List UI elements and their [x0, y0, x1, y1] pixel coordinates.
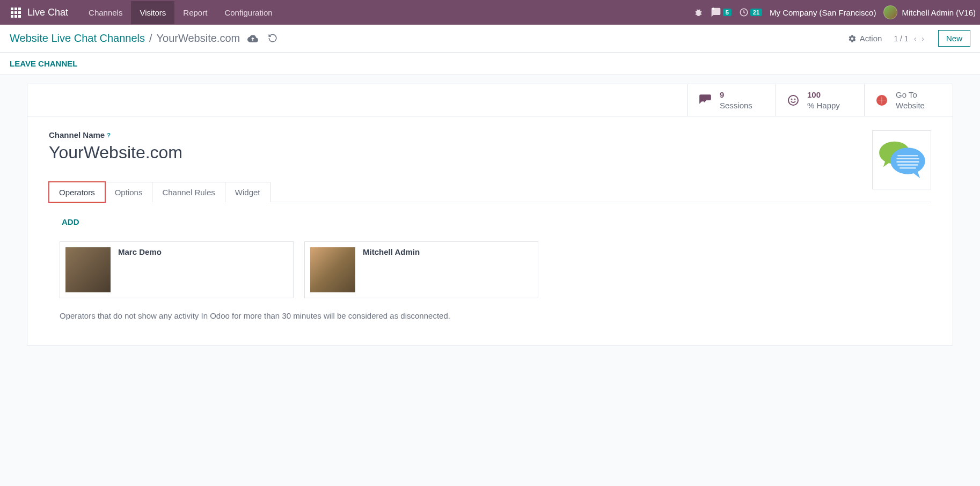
breadcrumb-parent[interactable]: Website Live Chat Channels	[10, 32, 145, 45]
nav-item-channels[interactable]: Channels	[80, 1, 131, 24]
goto-line2: Website	[896, 100, 925, 111]
leave-channel-button[interactable]: LEAVE CHANNEL	[10, 59, 77, 68]
operator-name: Marc Demo	[118, 247, 162, 256]
activities-badge: 21	[750, 9, 762, 16]
control-right: Action 1 / 1 ‹ › New	[848, 30, 970, 47]
operator-name: Mitchell Admin	[363, 247, 420, 256]
stat-buttons-row: 9 Sessions 100 % Happy Go To	[27, 84, 953, 116]
messages-icon[interactable]: 5	[711, 7, 732, 18]
action-label: Action	[860, 34, 882, 43]
svg-point-3	[792, 99, 792, 99]
form-sheet-wrapper: 9 Sessions 100 % Happy Go To	[0, 75, 980, 367]
apps-icon[interactable]	[11, 8, 21, 18]
channel-name-label: Channel Name ?	[49, 130, 931, 139]
navbar-left: Live Chat Channels Visitors Report Confi…	[4, 1, 281, 24]
user-menu[interactable]: Mitchell Admin (V16)	[883, 5, 976, 19]
breadcrumb-current: YourWebsite.com	[157, 32, 240, 45]
tab-options[interactable]: Options	[105, 182, 153, 202]
operator-card[interactable]: Marc Demo	[60, 241, 294, 298]
form-sheet: 9 Sessions 100 % Happy Go To	[27, 84, 953, 345]
navbar-right: 5 21 My Company (San Francisco) Mitchell…	[694, 5, 976, 19]
svg-point-7	[890, 148, 925, 174]
nav-item-visitors[interactable]: Visitors	[131, 1, 174, 24]
add-operator-button[interactable]: ADD	[62, 217, 79, 226]
operator-cards: Marc Demo Mitchell Admin	[60, 241, 920, 298]
breadcrumb-icons	[247, 33, 277, 44]
operator-avatar	[310, 247, 355, 292]
company-selector[interactable]: My Company (San Francisco)	[770, 8, 876, 17]
tab-content-operators: ADD Marc Demo Mitchell Admin Operators t…	[49, 202, 931, 326]
svg-point-4	[795, 99, 795, 99]
form-tabs: Operators Options Channel Rules Widget	[49, 182, 931, 202]
stat-happy[interactable]: 100 % Happy	[776, 84, 864, 116]
stat-goto-website[interactable]: Go To Website	[864, 84, 953, 116]
activities-icon[interactable]: 21	[739, 8, 762, 17]
operator-avatar	[65, 247, 111, 292]
channel-image[interactable]	[872, 130, 931, 189]
globe-icon	[875, 94, 888, 107]
status-bar: LEAVE CHANNEL	[0, 53, 980, 75]
pager: 1 / 1 ‹ ›	[894, 33, 926, 44]
user-avatar-icon	[883, 5, 897, 19]
nav-menu: Channels Visitors Report Configuration	[80, 1, 281, 24]
stat-sessions[interactable]: 9 Sessions	[687, 84, 776, 116]
main-navbar: Live Chat Channels Visitors Report Confi…	[0, 0, 980, 25]
control-bar: Website Live Chat Channels / YourWebsite…	[0, 25, 980, 53]
tab-operators[interactable]: Operators	[49, 182, 105, 202]
happy-count: 100	[807, 90, 840, 100]
sessions-label: Sessions	[720, 100, 752, 111]
cloud-save-icon[interactable]	[247, 33, 258, 44]
sessions-count: 9	[720, 90, 752, 100]
svg-point-0	[712, 8, 714, 10]
nav-item-report[interactable]: Report	[174, 1, 216, 24]
help-icon[interactable]: ?	[107, 132, 111, 138]
breadcrumb: Website Live Chat Channels / YourWebsite…	[10, 32, 240, 45]
chat-bubbles-icon	[876, 138, 927, 181]
new-button[interactable]: New	[938, 30, 970, 47]
goto-line1: Go To	[896, 90, 925, 100]
operator-card[interactable]: Mitchell Admin	[304, 241, 538, 298]
tab-channel-rules[interactable]: Channel Rules	[152, 182, 225, 202]
action-dropdown[interactable]: Action	[848, 34, 882, 43]
debug-icon[interactable]	[694, 8, 703, 17]
svg-point-2	[788, 95, 798, 105]
user-name: Mitchell Admin (V16)	[902, 8, 976, 17]
pager-next-icon[interactable]: ›	[919, 33, 926, 44]
operators-help-text: Operators that do not show any activity …	[60, 311, 920, 320]
discard-icon[interactable]	[268, 33, 277, 44]
app-brand[interactable]: Live Chat	[27, 7, 68, 18]
sheet-body: Channel Name ? YourWebsite.com	[27, 116, 953, 345]
breadcrumb-separator: /	[149, 32, 152, 45]
gear-icon	[848, 34, 857, 43]
messages-badge: 5	[723, 9, 732, 16]
happy-label: % Happy	[807, 100, 840, 111]
channel-name-input[interactable]: YourWebsite.com	[49, 143, 931, 163]
pager-prev-icon[interactable]: ‹	[912, 33, 919, 44]
pager-text: 1 / 1	[894, 34, 908, 43]
happy-icon	[787, 94, 800, 107]
nav-item-configuration[interactable]: Configuration	[216, 1, 281, 24]
sessions-icon	[698, 93, 712, 107]
tab-widget[interactable]: Widget	[225, 182, 270, 202]
